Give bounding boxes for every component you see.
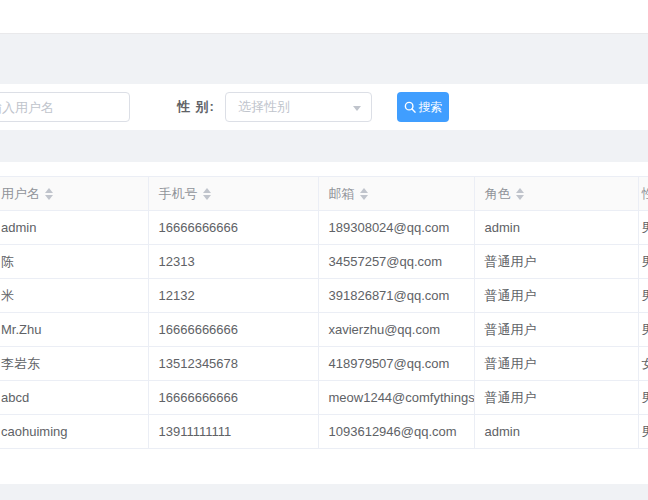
cell-username: Mr.Zhu [0,313,148,347]
cell-role: 普通用户 [474,313,638,347]
cell-phone: 12132 [148,279,318,313]
column-header-gender[interactable]: 性别 [638,177,648,211]
search-icon [404,101,416,113]
cell-gender: 男 [638,415,648,449]
cell-gender: 女 [638,347,648,381]
cell-username: 李岩东 [0,347,148,381]
cell-role: 普通用户 [474,347,638,381]
table-row: 米12132391826871@qq.com普通用户男 [0,279,648,313]
cell-role: 普通用户 [474,279,638,313]
column-header-username[interactable]: 用户名 [0,177,148,211]
user-table-card: 用户名手机号邮箱角色性别 admin16666666666189308024@q… [0,162,648,484]
cell-phone: 13512345678 [148,347,318,381]
cell-phone: 16666666666 [148,381,318,415]
cell-username: caohuiming [0,415,148,449]
table-row: 陈1231334557257@qq.com普通用户男 [0,245,648,279]
cell-phone: 16666666666 [148,313,318,347]
cell-email: 418979507@qq.com [318,347,474,381]
column-header-phone[interactable]: 手机号 [148,177,318,211]
top-navbar [0,0,648,34]
cell-email: meow1244@comfythings.... [318,381,474,415]
cell-username: 米 [0,279,148,313]
gender-label: 性 别: [177,84,215,130]
caret-down-icon [353,106,361,111]
sort-caret-icon[interactable] [45,188,53,200]
column-header-label: 用户名 [1,186,40,201]
cell-username: admin [0,211,148,245]
username-search-input[interactable] [0,92,130,122]
search-button[interactable]: 搜索 [397,92,449,122]
cell-email: 34557257@qq.com [318,245,474,279]
cell-gender: 男 [638,245,648,279]
cell-phone: 16666666666 [148,211,318,245]
table-header-row: 用户名手机号邮箱角色性别 [0,177,648,211]
column-header-label: 手机号 [159,186,198,201]
cell-email: 1093612946@qq.com [318,415,474,449]
cell-email: 391826871@qq.com [318,279,474,313]
table-row: Mr.Zhu16666666666xavierzhu@qq.com普通用户男 [0,313,648,347]
user-table: 用户名手机号邮箱角色性别 admin16666666666189308024@q… [0,176,648,449]
column-header-role[interactable]: 角色 [474,177,638,211]
cell-gender: 男 [638,279,648,313]
gender-select[interactable]: 选择性别 [225,92,372,122]
table-row: admin16666666666189308024@qq.comadmin男 [0,211,648,245]
table-row: 李岩东13512345678418979507@qq.com普通用户女 [0,347,648,381]
column-header-label: 邮箱 [329,186,355,201]
cell-role: admin [474,415,638,449]
column-header-email[interactable]: 邮箱 [318,177,474,211]
cell-role: 普通用户 [474,381,638,415]
cell-username: 陈 [0,245,148,279]
sort-caret-icon[interactable] [360,188,368,200]
cell-email: 189308024@qq.com [318,211,474,245]
sort-caret-icon[interactable] [516,188,524,200]
sort-caret-icon[interactable] [203,188,211,200]
column-header-label: 性别 [642,186,648,201]
cell-username: abcd [0,381,148,415]
cell-gender: 男 [638,313,648,347]
search-button-label: 搜索 [419,99,443,116]
cell-email: xavierzhu@qq.com [318,313,474,347]
table-row: caohuiming139111111111093612946@qq.comad… [0,415,648,449]
gender-select-placeholder: 选择性别 [238,98,290,116]
cell-phone: 13911111111 [148,415,318,449]
cell-role: admin [474,211,638,245]
table-row: abcd16666666666meow1244@comfythings....普… [0,381,648,415]
cell-gender: 男 [638,381,648,415]
column-header-label: 角色 [485,186,511,201]
cell-role: 普通用户 [474,245,638,279]
cell-phone: 12313 [148,245,318,279]
cell-gender: 男 [638,211,648,245]
search-filter-bar: 性 别: 选择性别 搜索 [0,84,648,130]
